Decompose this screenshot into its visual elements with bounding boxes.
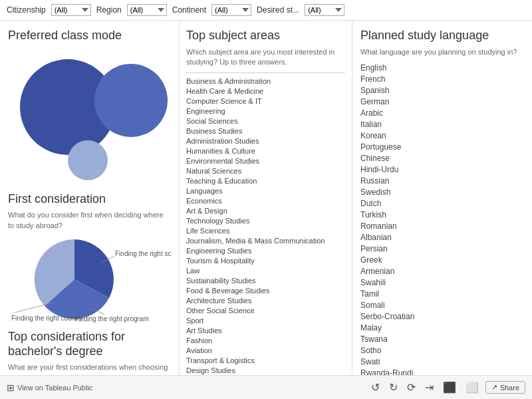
language-list-item[interactable]: Italian [360, 119, 525, 130]
language-list-item[interactable]: German [360, 96, 525, 108]
main-content: Preferred class mode First consideration… [0, 21, 532, 380]
first-consideration-subtitle: What do you consider first when deciding… [8, 210, 171, 231]
language-list-item[interactable]: Portuguese [360, 142, 525, 153]
middle-panel: Top subject areas Which subject area are… [180, 21, 352, 380]
subject-list-item[interactable]: Engineering Studies [186, 245, 345, 255]
language-list-item[interactable]: Spanish [360, 85, 525, 96]
fullscreen-button[interactable]: ⬜ [463, 381, 481, 394]
subject-list-item[interactable]: Administration Studies [186, 136, 345, 146]
subject-list-item[interactable]: Food & Beverage Studies [186, 285, 345, 295]
subject-list-item[interactable]: Journalism, Media & Mass Communication [186, 235, 345, 245]
subject-list-item[interactable]: Social Sciences [186, 116, 345, 126]
subject-list-item[interactable]: Business Studies [186, 126, 345, 136]
language-list-item[interactable]: Greek [360, 255, 525, 266]
language-list-item[interactable]: Hindi-Urdu [360, 164, 525, 176]
tableau-icon: ⊞ [7, 382, 15, 393]
filter-bar: Citizenship (All) Region (All) Continent… [0, 0, 532, 21]
language-list-item[interactable]: Somali [360, 300, 525, 311]
undo-button[interactable]: ↺ [368, 381, 382, 394]
subject-list-item[interactable]: Sustainability Studies [186, 275, 345, 285]
subject-list-item[interactable]: Art Studies [186, 325, 345, 335]
language-list-item[interactable]: Swati [360, 356, 525, 368]
subject-list-item[interactable]: Transport & Logistics [186, 355, 345, 365]
right-panel: Planned study language What language are… [352, 21, 532, 380]
language-list-item[interactable]: Romanian [360, 221, 525, 232]
subject-list-item[interactable]: Technology Studies [186, 215, 345, 225]
subject-list-item[interactable]: Business & Administration [186, 76, 345, 86]
pie-label-program: Finding the right program [74, 315, 149, 323]
subject-list-item[interactable]: Economics [186, 196, 345, 205]
language-list-item[interactable]: Malay [360, 323, 525, 334]
subject-list-item[interactable]: Environmental Studies [186, 156, 345, 166]
planned-language-subtitle: What language are you planning on studyi… [360, 47, 525, 57]
subject-list-item[interactable]: Humanities & Culture [186, 146, 345, 156]
subject-list-item[interactable]: Computer Science & IT [186, 96, 345, 106]
subject-list-item[interactable]: Engineering [186, 106, 345, 116]
subject-list-item[interactable]: Teaching & Education [186, 176, 345, 186]
bubble-chart-svg [8, 47, 171, 180]
subject-list-item[interactable]: Tourism & Hospitality [186, 255, 345, 265]
language-list-item[interactable]: Albanian [360, 232, 525, 243]
pie-chart-container: Finding the right school Finding the rig… [8, 236, 171, 325]
continent-select[interactable]: (All) [211, 4, 251, 16]
language-list-item[interactable]: Turkish [360, 209, 525, 221]
share-button[interactable]: ↗ Share [485, 381, 525, 394]
subject-list: Business & AdministrationHealth Care & M… [186, 76, 345, 380]
redo-button[interactable]: ↻ [386, 381, 400, 394]
reset-button[interactable]: ⟳ [404, 381, 418, 394]
desired-select[interactable]: (All) [305, 4, 344, 16]
language-list-item[interactable]: Serbo-Croatian [360, 311, 525, 323]
first-consideration-section: First consideration What do you consider… [8, 192, 171, 325]
citizenship-select[interactable]: (All) [51, 4, 91, 16]
language-list-item[interactable]: Swedish [360, 187, 525, 198]
language-list-item[interactable]: Russian [360, 176, 525, 187]
language-list-item[interactable]: Korean [360, 130, 525, 142]
first-consideration-title: First consideration [8, 192, 171, 207]
language-list-item[interactable]: Chinese [360, 153, 525, 164]
language-list-item[interactable]: Swahili [360, 277, 525, 289]
desired-label: Desired st... [257, 5, 299, 15]
language-list-item[interactable]: Dutch [360, 198, 525, 209]
pause-button[interactable]: ⇥ [422, 381, 436, 394]
language-list: EnglishFrenchSpanishGermanArabicItalianK… [360, 63, 525, 380]
tableau-link-label: View on Tableau Public [17, 384, 92, 392]
subject-list-item[interactable]: Law [186, 265, 345, 275]
subject-list-item[interactable]: Art & Design [186, 205, 345, 215]
pie-label-country: Finding the right country [11, 315, 82, 322]
language-list-item[interactable]: Tamil [360, 289, 525, 300]
subject-list-item[interactable]: Health Care & Medicine [186, 86, 345, 96]
language-list-item[interactable]: Arabic [360, 108, 525, 119]
share-icon: ↗ [491, 383, 497, 392]
download-button[interactable]: ⬛ [440, 381, 459, 394]
share-label: Share [500, 384, 519, 392]
bubble-chart [8, 47, 171, 187]
continent-label: Continent [172, 5, 206, 15]
pie-chart-svg: Finding the right school Finding the rig… [8, 236, 171, 323]
language-list-item[interactable]: French [360, 74, 525, 85]
subject-list-item[interactable]: Life Sciences [186, 225, 345, 235]
subject-list-item[interactable]: Languages [186, 186, 345, 196]
subject-list-item[interactable]: Natural Sciences [186, 166, 345, 176]
tableau-public-link[interactable]: ⊞ View on Tableau Public [7, 382, 92, 393]
region-select[interactable]: (All) [127, 4, 167, 16]
language-list-item[interactable]: Persian [360, 243, 525, 255]
bottom-toolbar: ⊞ View on Tableau Public ↺ ↻ ⟳ ⇥ ⬛ ⬜ ↗ S… [0, 375, 532, 399]
subject-list-item[interactable]: Architecture Studies [186, 295, 345, 305]
subject-list-item[interactable]: Fashion [186, 335, 345, 345]
language-list-item[interactable]: English [360, 63, 525, 74]
subject-list-item[interactable]: Sport [186, 315, 345, 325]
subject-list-item[interactable]: Aviation [186, 345, 345, 355]
language-list-item[interactable]: Armenian [360, 266, 525, 277]
pie-label-school: Finding the right school [115, 250, 171, 257]
bubble-small [68, 140, 108, 180]
region-label: Region [96, 5, 122, 15]
subject-list-item[interactable]: Design Studies [186, 365, 345, 375]
subject-separator [186, 72, 345, 73]
subject-list-item[interactable]: Other Social Science [186, 305, 345, 315]
bubble-medium [94, 64, 168, 137]
preferred-class-section: Preferred class mode [8, 29, 171, 187]
language-list-item[interactable]: Tswana [360, 334, 525, 345]
top-subjects-subtitle: Which subject area are you most interest… [186, 47, 345, 68]
citizenship-label: Citizenship [7, 5, 46, 15]
language-list-item[interactable]: Sotho [360, 345, 525, 356]
